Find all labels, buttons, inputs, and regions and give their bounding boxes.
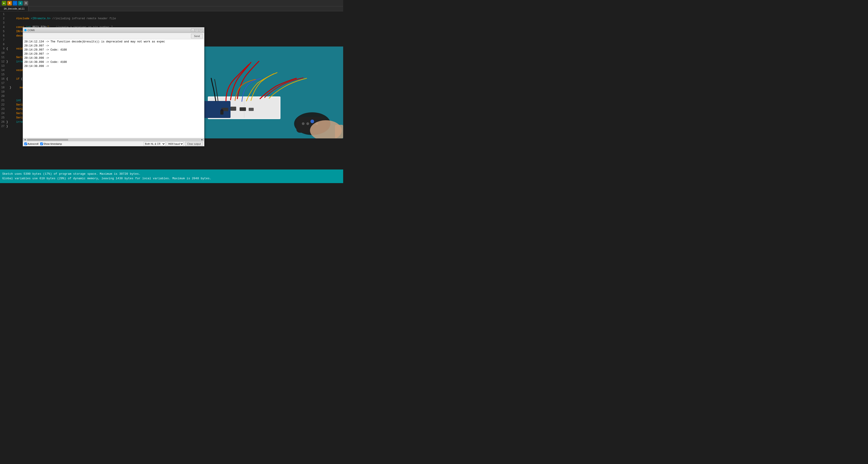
send-button[interactable]: Send: [191, 34, 203, 38]
autoscroll-checkbox[interactable]: [24, 142, 27, 145]
maximize-button[interactable]: □: [195, 29, 199, 32]
serial-monitor-toolbar: Send: [23, 33, 204, 39]
serial-output-line-3: 20:14:29.997 -> Code: 4108: [24, 48, 203, 52]
status-line-1: Sketch uses 5390 bytes (17%) of program …: [2, 172, 341, 176]
autoscroll-checkbox-label[interactable]: Autoscroll: [24, 142, 38, 145]
toolbar: ▶ ■ → ⚙ ☰: [0, 0, 343, 6]
serial-output-line-5: 20:14:30.090 ->: [24, 56, 203, 60]
scroll-right-arrow[interactable]: ▶: [200, 139, 204, 141]
clear-output-button[interactable]: Clear output: [185, 142, 203, 146]
autoscroll-label: Autoscroll: [28, 142, 38, 145]
serial-monitor-titlebar: COM6 _ □ ✕: [23, 28, 204, 33]
status-line-2: Global variables use 610 bytes (29%) of …: [2, 176, 341, 181]
new-button[interactable]: →: [13, 1, 17, 5]
svg-rect-12: [335, 125, 343, 138]
verify-button[interactable]: ■: [7, 1, 12, 5]
tab-ir-decode[interactable]: IR_Decode_Will: [0, 6, 28, 11]
breadboard-svg: [181, 46, 343, 138]
scroll-track[interactable]: [27, 139, 200, 141]
status-bar: Sketch uses 5390 bytes (17%) of program …: [0, 169, 343, 183]
svg-point-8: [306, 122, 309, 125]
upload-button[interactable]: ▶: [2, 1, 6, 5]
baud-rate-select[interactable]: 9600 baud 300 1200 2400 4800 19200 38400…: [167, 142, 184, 146]
scroll-thumb[interactable]: [27, 139, 68, 141]
serial-monitor-title: COM6: [28, 29, 35, 32]
close-button[interactable]: ✕: [199, 29, 203, 32]
open-button[interactable]: ⚙: [18, 1, 23, 5]
save-button[interactable]: ☰: [24, 1, 28, 5]
minimize-button[interactable]: _: [191, 29, 195, 32]
serial-monitor-footer: Autoscroll Show timestamp Both NL & CR N…: [23, 141, 204, 146]
svg-rect-16: [249, 108, 254, 111]
svg-rect-14: [230, 107, 236, 111]
tab-label: IR_Decode_Will: [4, 7, 25, 10]
serial-output-line-2: 20:14:29.997 ->: [24, 44, 203, 48]
serial-output-line-6: 20:14:30.090 -> Code: 4108: [24, 60, 203, 64]
serial-monitor-dot: [24, 29, 27, 31]
serial-monitor-window: COM6 _ □ ✕ Send 20:14:12.134 -> The func…: [23, 27, 205, 146]
serial-monitor-output: 20:14:12.134 -> The function decode(&res…: [23, 39, 204, 138]
tab-bar: IR_Decode_Will: [0, 6, 343, 11]
show-timestamp-checkbox[interactable]: [40, 142, 43, 145]
scroll-left-arrow[interactable]: ◀: [23, 139, 27, 141]
show-timestamp-checkbox-label[interactable]: Show timestamp: [40, 142, 62, 145]
line-ending-select[interactable]: Both NL & CR No line ending Newline Carr…: [144, 142, 165, 146]
code-line-3: 3 const int RECV_PIN=7; //create a recei…: [0, 21, 343, 25]
breadboard-photo: [181, 46, 343, 138]
serial-output-line-4: 20:14:29.997 ->: [24, 52, 203, 56]
svg-rect-18: [221, 109, 223, 111]
serial-monitor-scrollbar[interactable]: ◀ ▶: [23, 138, 204, 141]
serial-output-line-7: 20:14:30.090 ->: [24, 64, 203, 68]
svg-point-9: [310, 120, 314, 123]
serial-output-line-1: 20:14:12.134 -> The function decode(&res…: [24, 40, 203, 44]
code-line-1: 1 #include <IRremote.h> //including infr…: [0, 12, 343, 16]
show-timestamp-label: Show timestamp: [43, 142, 62, 145]
svg-rect-15: [240, 107, 246, 111]
svg-point-7: [302, 122, 305, 125]
